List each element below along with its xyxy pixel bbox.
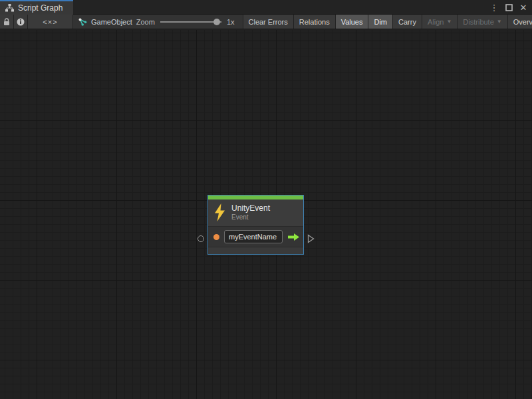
unity-event-node[interactable]: UnityEvent Event	[207, 195, 304, 255]
chevron-down-icon: ▼	[446, 19, 452, 25]
tab-label: Script Graph	[18, 3, 63, 13]
values-toggle[interactable]: Values	[336, 15, 369, 29]
maximize-icon[interactable]	[503, 1, 515, 13]
zoom-control: Zoom 1x	[136, 18, 237, 26]
script-graph-asset-icon	[78, 18, 87, 26]
node-title: UnityEvent	[231, 203, 270, 213]
node-header[interactable]: UnityEvent Event	[208, 200, 303, 226]
title-bar: Script Graph ⋮ ✕	[0, 0, 532, 15]
lock-button[interactable]	[0, 15, 14, 29]
align-label: Align	[428, 18, 444, 26]
zoom-slider[interactable]	[160, 18, 221, 26]
node-port-row	[208, 226, 303, 247]
window-controls: ⋮ ✕	[488, 0, 529, 15]
zoom-value: 1x	[227, 18, 235, 26]
node-subtitle: Event	[231, 213, 270, 221]
value-input-port[interactable]	[213, 234, 219, 240]
lightning-bolt-icon	[214, 203, 225, 221]
distribute-label: Distribute	[463, 18, 493, 26]
menu-icon[interactable]: ⋮	[488, 1, 500, 13]
flow-output-arrow-icon[interactable]	[287, 233, 300, 241]
tab-script-graph[interactable]: Script Graph	[0, 0, 73, 15]
node-body[interactable]: UnityEvent Event	[207, 195, 304, 255]
trigger-input-port[interactable]	[198, 235, 204, 242]
node-footer	[208, 247, 303, 254]
align-dropdown[interactable]: Align ▼	[422, 15, 458, 29]
graph-toolbar: <×> GameObject Zoom 1x Cle	[0, 15, 532, 29]
lock-icon	[3, 18, 10, 26]
chevron-down-icon: ▼	[497, 19, 502, 25]
event-name-input[interactable]	[224, 230, 283, 243]
zoom-slider-track[interactable]	[160, 21, 221, 23]
script-graph-window: Script Graph ⋮ ✕	[0, 0, 532, 399]
graph-canvas[interactable]: UnityEvent Event	[0, 30, 532, 399]
code-view-button[interactable]: <×>	[28, 15, 73, 29]
clear-errors-button[interactable]: Clear Errors	[243, 15, 294, 29]
distribute-dropdown[interactable]: Distribute ▼	[458, 15, 507, 29]
zoom-label: Zoom	[136, 18, 155, 26]
code-icon: <×>	[43, 18, 57, 26]
zoom-slider-knob[interactable]	[213, 19, 220, 25]
info-icon	[17, 18, 25, 26]
close-icon[interactable]: ✕	[517, 1, 529, 13]
toolbar-center: GameObject Zoom 1x	[73, 15, 243, 29]
graph-hierarchy-icon	[5, 4, 14, 12]
dim-toggle[interactable]: Dim	[368, 15, 393, 29]
graph-target-label[interactable]: GameObject	[91, 18, 132, 26]
info-button[interactable]	[14, 15, 28, 29]
relations-button[interactable]: Relations	[294, 15, 336, 29]
overview-button[interactable]: Overv	[508, 15, 532, 29]
carry-toggle[interactable]: Carry	[393, 15, 422, 29]
trigger-output-port[interactable]	[307, 234, 315, 246]
